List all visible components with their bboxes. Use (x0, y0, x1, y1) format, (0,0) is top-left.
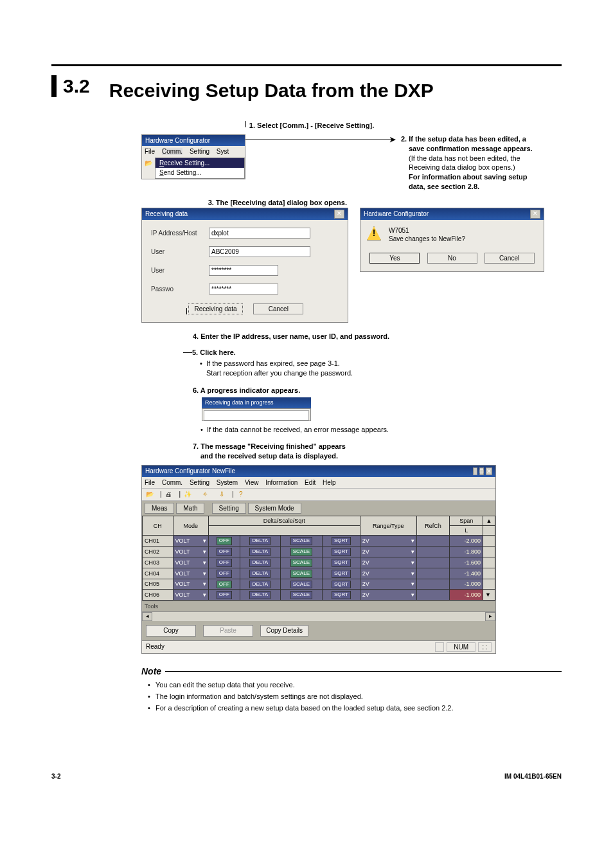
section-heading: 3.2 Receiving Setup Data from the DXP (51, 64, 562, 102)
tool3-icon[interactable]: ⇩ (217, 490, 227, 499)
col-refch: RefCh (416, 516, 450, 536)
tool1-icon[interactable]: ✨ (182, 490, 193, 499)
col-L: L (450, 526, 483, 536)
table-row: CH02VOLT ▾OFFDELTASCALESQRT2V ▾-1.800 (143, 547, 495, 557)
menu-comm[interactable]: Comm. (162, 148, 182, 155)
menu-file[interactable]: File (145, 479, 155, 486)
menu-send-setting[interactable]: Send Setting... (155, 168, 244, 178)
step6-bullet: If the data cannot be received, an error… (200, 425, 562, 435)
no-button[interactable]: No (427, 253, 477, 264)
arrow-icon: ➤ (389, 134, 396, 145)
note-item: The login information and batch/system s… (148, 692, 562, 701)
receiving-dialog: Receiving data ✕ IP Address/Host dxplot … (141, 208, 348, 323)
step2-text: 2. If the setup data has been edited, a … (401, 134, 562, 192)
copy-button[interactable]: Copy (146, 625, 196, 637)
yes-button[interactable]: Yes (369, 253, 420, 264)
confirm-title: Hardware Configurator (364, 210, 429, 219)
app-title: Hardware Configurator (145, 136, 210, 145)
table-row: CH01VOLT ▾OFFDELTASCALESQRT2V ▾-2.000 (143, 536, 495, 547)
note-list: You can edit the setup data that you rec… (148, 680, 562, 713)
channel-table: CH Mode Delta/Scale/Sqrt Range/Type RefC… (142, 516, 495, 601)
scroll-left-icon[interactable]: ◂ (142, 612, 152, 621)
progress-screenshot: Receiving data in progress (202, 397, 311, 420)
ip-label: IP Address/Host (151, 229, 209, 238)
menu-receive-setting[interactable]: Receive Setting... (155, 158, 244, 168)
tab-math[interactable]: Math (176, 503, 204, 514)
maximize-icon[interactable]: □ (479, 467, 484, 475)
note-item: For a description of creating a new setu… (148, 703, 562, 713)
help-icon[interactable]: ? (236, 490, 246, 499)
cancel-button[interactable]: Cancel (253, 303, 303, 315)
menu-file[interactable]: File (145, 148, 155, 155)
menu-system[interactable]: System (217, 479, 238, 486)
open-icon[interactable]: 📂 (145, 490, 155, 499)
minimize-icon[interactable]: _ (473, 467, 477, 475)
table-row: CH06VOLT ▾OFFDELTASCALESQRT2V ▾-1.000▼ (143, 590, 495, 601)
confirm-dialog: Hardware Configurator ✕ ! W7051 Save cha… (360, 208, 544, 273)
ip-input[interactable]: dxplot (209, 228, 310, 239)
table-row: CH05VOLT ▾OFFDELTASCALESQRT2V ▾-1.000 (143, 579, 495, 590)
step5-bullet: If the password has expired, see page 3-… (200, 359, 353, 378)
menu-comm[interactable]: Comm. (162, 479, 182, 486)
close-icon[interactable]: ✕ (334, 210, 344, 219)
warning-icon: ! (367, 226, 381, 240)
tab-sysmode[interactable]: System Mode (248, 503, 301, 514)
tab-meas[interactable]: Meas (145, 503, 174, 514)
menu-info[interactable]: Information (265, 479, 298, 486)
close-icon[interactable]: ✕ (486, 467, 492, 475)
step6-head: 6. A progress indicator appears. (193, 386, 562, 395)
tab-setting[interactable]: Setting (212, 503, 246, 514)
main-app-screenshot: Hardware Configurator NewFile _ □ ✕ File… (141, 465, 496, 654)
userid-input[interactable]: ******** (209, 265, 278, 276)
confirm-code: W7051 (389, 226, 465, 235)
paste-button[interactable]: Paste (203, 625, 253, 637)
menu-setting[interactable]: Setting (190, 148, 209, 155)
step1-label: 1. Select [Comm.] - [Receive Setting]. (249, 122, 374, 129)
tools-label: Tools (145, 603, 158, 610)
main-title: Hardware Configurator NewFile (145, 467, 235, 476)
step7-text: 7. The message "Receiving finished" appe… (193, 442, 562, 461)
doc-id: IM 04L41B01-65EN (504, 773, 562, 780)
col-mode: Mode (173, 516, 208, 536)
section-title: Receiving Setup Data from the DXP (109, 80, 434, 102)
menu-setting[interactable]: Setting (190, 479, 209, 486)
receiving-data-button[interactable]: Receiving data (188, 303, 242, 315)
user-input[interactable]: ABC2009 (209, 246, 310, 257)
scroll-up-icon[interactable]: ▲ (483, 516, 495, 526)
open-icon[interactable]: 📂 (145, 159, 152, 167)
copy-details-button[interactable]: Copy Details (260, 625, 308, 637)
print-icon[interactable]: 🖨 (163, 490, 173, 499)
table-row: CH03VOLT ▾OFFDELTASCALESQRT2V ▾-1.600 (143, 557, 495, 568)
note-heading: Note (141, 665, 562, 678)
close-icon[interactable]: ✕ (530, 210, 540, 219)
step4-label: 4. Enter the IP address, user name, user… (193, 332, 562, 341)
comm-dropdown: Receive Setting... Send Setting... (155, 158, 245, 179)
step3-label: 3. The [Receiving data] dialog box opens… (208, 199, 347, 206)
cancel2-button[interactable]: Cancel (484, 253, 535, 264)
col-span: Span (450, 516, 483, 526)
menu-edit[interactable]: Edit (305, 479, 315, 486)
progress-title: Receiving data in progress (205, 399, 274, 406)
table-row: CH04VOLT ▾OFFDELTASCALESQRT2V ▾-1.400 (143, 568, 495, 579)
scroll-right-icon[interactable]: ▸ (485, 612, 495, 621)
user2-label: User (151, 266, 209, 275)
page-number: 3-2 (51, 773, 60, 780)
col-range: Range/Type (360, 516, 416, 536)
col-dss: Delta/Scale/Sqrt (208, 516, 360, 526)
menu-syst[interactable]: Syst (217, 148, 229, 155)
recv-title: Receiving data (145, 210, 188, 219)
tool2-icon[interactable]: ✧ (200, 490, 210, 499)
status-ready: Ready (146, 642, 164, 653)
menu-view[interactable]: View (245, 479, 259, 486)
menu-help[interactable]: Help (323, 479, 336, 486)
pass-label: Passwo (151, 285, 209, 294)
col-ch: CH (143, 516, 173, 536)
section-number: 3.2 (63, 75, 90, 97)
user-label: User (151, 248, 209, 257)
note-item: You can edit the setup data that you rec… (148, 680, 562, 690)
status-num: NUM (447, 642, 475, 653)
menu-screenshot: Hardware Configurator File Comm. Setting… (141, 134, 245, 179)
step5-head: 5. Click here. (192, 348, 353, 357)
confirm-msg: Save changes to NewFile? (389, 235, 465, 244)
pass-input[interactable]: ******** (209, 284, 278, 294)
